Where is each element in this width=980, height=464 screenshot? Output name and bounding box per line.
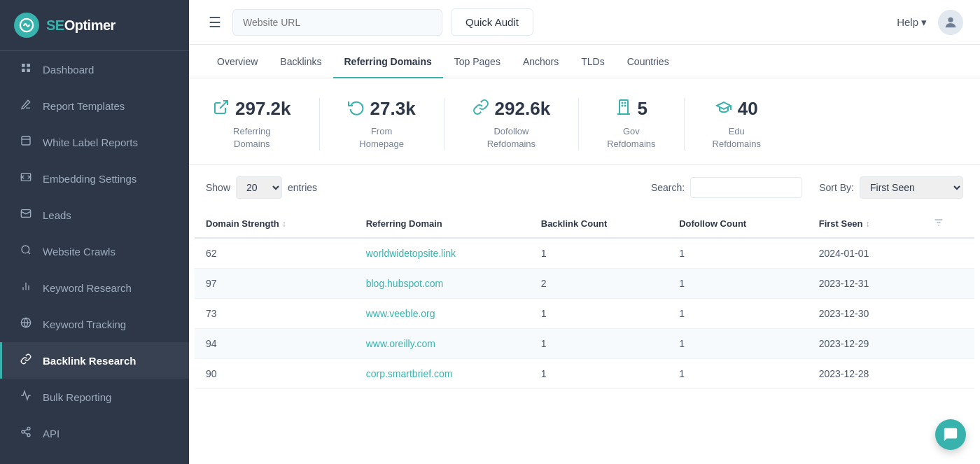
cell-dofollow-count: 1	[668, 269, 808, 299]
sidebar-item-label: Bulk Reporting	[43, 391, 111, 403]
url-input[interactable]	[232, 9, 442, 36]
cell-backlink-count: 1	[530, 359, 668, 389]
backlink-research-icon	[19, 353, 33, 367]
cell-dofollow-count: 1	[668, 359, 808, 389]
search-input[interactable]	[690, 177, 802, 198]
col-header-backlink-count: Backlink Count	[530, 210, 668, 238]
table-row: 97blog.hubspot.com212023-12-31	[195, 269, 974, 299]
tab-tlds[interactable]: TLDs	[570, 45, 615, 78]
domain-link[interactable]: www.veeble.org	[366, 308, 435, 319]
tab-referring-domains[interactable]: Referring Domains	[333, 45, 443, 78]
user-avatar[interactable]	[938, 10, 963, 35]
svg-rect-6	[21, 174, 30, 181]
col-header-extra	[922, 210, 974, 238]
stat-label-2: DofollowRefdomains	[487, 125, 536, 150]
cell-referring-domain: blog.hubspot.com	[355, 269, 530, 299]
sidebar-item-label: Dashboard	[43, 64, 94, 76]
sidebar-item-label: API	[43, 428, 59, 440]
tab-countries[interactable]: Countries	[616, 45, 680, 78]
cell-domain-strength: 94	[195, 329, 355, 359]
svg-rect-1	[27, 64, 30, 67]
stat-value-row-2: 292.6k	[472, 98, 551, 120]
stat-icon-4	[715, 99, 732, 120]
sidebar-item-bulk-reporting[interactable]: Bulk Reporting	[0, 379, 189, 415]
svg-line-18	[24, 433, 28, 435]
menu-toggle-button[interactable]: ☰	[206, 11, 224, 34]
sidebar-item-backlink-research[interactable]: Backlink Research	[0, 342, 189, 379]
cell-extra	[922, 299, 974, 329]
sidebar-item-keyword-research[interactable]: Keyword Research	[0, 269, 189, 306]
svg-point-16	[22, 430, 24, 433]
stat-4: 40 EduRefdomains	[685, 98, 789, 150]
sidebar-item-label: Embedding Settings	[43, 173, 136, 185]
sidebar-item-label: Backlink Research	[43, 355, 136, 367]
help-button[interactable]: Help ▾	[897, 16, 927, 29]
stat-icon-1	[348, 99, 365, 120]
domain-link[interactable]: blog.hubspot.com	[366, 278, 444, 289]
tab-anchors[interactable]: Anchors	[512, 45, 570, 78]
cell-referring-domain: corp.smartbrief.com	[355, 359, 530, 389]
sidebar-item-keyword-tracking[interactable]: Keyword Tracking	[0, 306, 189, 342]
topbar-right: Help ▾	[897, 10, 963, 35]
cell-backlink-count: 1	[530, 299, 668, 329]
entries-select[interactable]: 2050100	[236, 176, 282, 199]
referring-domains-table: Domain Strength↕Referring DomainBacklink…	[195, 210, 974, 389]
cell-domain-strength: 62	[195, 238, 355, 269]
domain-link[interactable]: corp.smartbrief.com	[366, 368, 453, 379]
col-header-dofollow-count: Dofollow Count	[668, 210, 808, 238]
stat-value-row-4: 40	[715, 98, 758, 120]
domain-link[interactable]: www.oreilly.com	[366, 338, 435, 349]
sidebar-item-embedding[interactable]: Embedding Settings	[0, 160, 189, 197]
col-header-first-seen[interactable]: First Seen↕	[808, 210, 922, 238]
sidebar-item-api[interactable]: API	[0, 415, 189, 451]
stat-3: 5 GovRefdomains	[579, 98, 684, 150]
table-row: 94www.oreilly.com112023-12-29	[195, 329, 974, 359]
sidebar-item-label: Keyword Research	[43, 282, 132, 294]
cell-dofollow-count: 1	[668, 299, 808, 329]
sidebar-item-report-templates[interactable]: Report Templates	[0, 87, 189, 124]
stat-value-row-1: 27.3k	[348, 98, 416, 120]
main-area: ☰ Quick Audit Help ▾ OverviewBacklinksRe…	[189, 0, 980, 464]
sidebar-item-dashboard[interactable]: Dashboard	[0, 51, 189, 87]
stat-value-3: 5	[638, 98, 648, 120]
cell-backlink-count: 1	[530, 238, 668, 269]
svg-rect-4	[22, 136, 30, 145]
table-container: Domain Strength↕Referring DomainBacklink…	[189, 210, 980, 389]
cell-referring-domain: www.veeble.org	[355, 299, 530, 329]
table-row: 73www.veeble.org112023-12-30	[195, 299, 974, 329]
stat-0: 297.2k ReferringDomains	[206, 98, 320, 150]
sort-select[interactable]: First SeenDomain StrengthBacklink CountD…	[860, 176, 963, 199]
keyword-research-icon	[19, 281, 33, 295]
stat-value-2: 292.6k	[495, 98, 551, 120]
stat-1: 27.3k FromHomepage	[320, 98, 444, 150]
domain-link[interactable]: worldwidetopsite.link	[366, 248, 456, 259]
stat-value-0: 297.2k	[235, 98, 291, 120]
cell-domain-strength: 90	[195, 359, 355, 389]
cell-referring-domain: www.oreilly.com	[355, 329, 530, 359]
sidebar-item-website-crawls[interactable]: Website Crawls	[0, 233, 189, 269]
quick-audit-button[interactable]: Quick Audit	[451, 8, 533, 36]
sidebar-item-white-label[interactable]: White Label Reports	[0, 124, 189, 160]
chat-bubble-button[interactable]	[935, 419, 966, 450]
tab-overview[interactable]: Overview	[206, 45, 269, 78]
sidebar-item-leads[interactable]: Leads	[0, 197, 189, 233]
cell-extra	[922, 269, 974, 299]
content-area: OverviewBacklinksReferring DomainsTop Pa…	[189, 45, 980, 464]
cell-first-seen: 2023-12-31	[808, 269, 922, 299]
cell-dofollow-count: 1	[668, 238, 808, 269]
cell-extra	[922, 359, 974, 389]
tab-top-pages[interactable]: Top Pages	[443, 45, 512, 78]
cell-referring-domain: worldwidetopsite.link	[355, 238, 530, 269]
cell-first-seen: 2023-12-28	[808, 359, 922, 389]
col-header-domain-strength[interactable]: Domain Strength↕	[195, 210, 355, 238]
stat-label-1: FromHomepage	[359, 125, 404, 150]
sidebar-item-label: Leads	[43, 209, 71, 221]
stat-value-4: 40	[738, 98, 758, 120]
stat-2: 292.6k DofollowRefdomains	[444, 98, 580, 150]
tab-backlinks[interactable]: Backlinks	[269, 45, 332, 78]
stat-value-1: 27.3k	[370, 98, 416, 120]
stat-label-4: EduRefdomains	[713, 125, 761, 150]
embedding-icon	[19, 171, 33, 185]
svg-line-21	[220, 101, 227, 108]
svg-rect-0	[22, 64, 25, 67]
